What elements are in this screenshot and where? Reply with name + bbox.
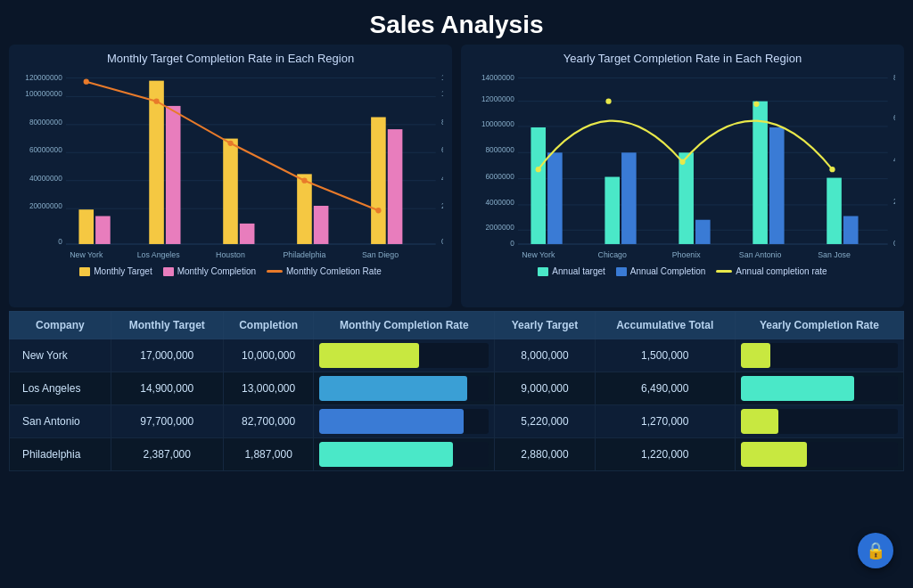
- cell-monthly-target: 2,387,000: [111, 438, 223, 471]
- svg-rect-21: [78, 209, 94, 244]
- cell-yearly-target: 8,000,000: [495, 339, 596, 372]
- th-yearly-target: Yearly Target: [495, 312, 596, 339]
- legend-monthly-rate-icon: [267, 270, 283, 273]
- cell-completion: 1,887,000: [223, 438, 314, 471]
- cell-completion: 10,000,000: [223, 339, 314, 372]
- cell-monthly-rate: [314, 372, 495, 405]
- svg-rect-26: [240, 224, 255, 244]
- svg-text:Los Angeles: Los Angeles: [137, 250, 181, 259]
- th-completion: Completion: [223, 312, 314, 339]
- cell-acc-total: 1,500,000: [595, 339, 735, 372]
- th-acc-total: Accumulative Total: [595, 312, 735, 339]
- svg-rect-29: [371, 117, 386, 243]
- svg-text:6000000: 6000000: [486, 172, 515, 181]
- svg-point-75: [753, 102, 759, 107]
- svg-rect-62: [531, 127, 546, 244]
- cell-yearly-rate: [735, 339, 903, 372]
- svg-text:14000000: 14000000: [481, 73, 514, 82]
- yearly-rate-bar-wrap: [741, 442, 898, 467]
- svg-point-35: [375, 208, 381, 213]
- monthly-rate-bar-fill: [319, 442, 453, 467]
- monthly-rate-bar-fill: [319, 343, 419, 368]
- table-section: Company Monthly Target Completion Monthl…: [0, 307, 913, 471]
- cell-yearly-rate: [735, 372, 903, 405]
- cell-yearly-rate: [735, 405, 903, 438]
- left-chart-svg: 120000000 100000000 80000000 60000000 40…: [18, 69, 443, 265]
- left-chart-title: Monthly Target Completion Rate in Each R…: [18, 52, 443, 65]
- svg-text:20%: 20%: [441, 201, 443, 210]
- svg-rect-65: [621, 152, 637, 244]
- svg-text:San Diego: San Diego: [362, 250, 399, 259]
- fab-button[interactable]: 🔒: [858, 533, 893, 568]
- left-chart: Monthly Target Completion Rate in Each R…: [9, 45, 452, 307]
- svg-rect-71: [843, 216, 859, 244]
- legend-annual-completion: Annual Completion: [616, 266, 706, 276]
- svg-rect-66: [679, 152, 694, 244]
- svg-text:Houston: Houston: [216, 250, 245, 259]
- svg-text:120000000: 120000000: [25, 73, 62, 82]
- svg-rect-63: [547, 152, 563, 244]
- cell-company: San Antonio: [10, 405, 111, 438]
- legend-annual-rate: Annual completion rate: [716, 266, 827, 276]
- svg-text:8000000: 8000000: [486, 145, 515, 154]
- svg-text:0: 0: [58, 237, 62, 246]
- svg-text:2000000: 2000000: [486, 223, 515, 232]
- legend-monthly-completion: Monthly Completion: [163, 266, 256, 276]
- monthly-rate-bar-wrap: [319, 376, 489, 401]
- svg-text:80%: 80%: [441, 118, 443, 127]
- svg-text:Philadelphia: Philadelphia: [283, 250, 325, 259]
- cell-monthly-target: 17,000,000: [111, 339, 223, 372]
- table-header-row: Company Monthly Target Completion Monthl…: [10, 312, 904, 339]
- svg-text:New York: New York: [522, 250, 555, 259]
- page-title: Sales Analysis: [0, 0, 913, 45]
- legend-monthly-target: Monthly Target: [79, 266, 152, 276]
- cell-yearly-target: 2,880,000: [495, 438, 596, 471]
- table-row: Philadelphia 2,387,000 1,887,000 2,880,0…: [10, 438, 904, 471]
- svg-text:40%: 40%: [441, 174, 443, 183]
- monthly-rate-bar-wrap: [319, 343, 489, 368]
- legend-monthly-rate: Monthly Comletion Rate: [267, 266, 382, 276]
- cell-monthly-rate: [314, 405, 495, 438]
- svg-point-73: [605, 99, 611, 104]
- table-row: New York 17,000,000 10,000,000 8,000,000…: [10, 339, 904, 372]
- cell-monthly-rate: [314, 339, 495, 372]
- svg-text:120%: 120%: [441, 73, 443, 82]
- yearly-rate-bar-fill: [741, 376, 854, 401]
- svg-text:12000000: 12000000: [481, 94, 514, 103]
- svg-rect-28: [314, 206, 329, 244]
- svg-rect-67: [695, 220, 711, 244]
- svg-rect-70: [827, 178, 842, 244]
- right-chart-area: 14000000 12000000 10000000 8000000 60000…: [470, 69, 895, 265]
- cell-company: Philadelphia: [10, 438, 111, 471]
- right-chart-legend: Annual target Annual Completion Annual c…: [470, 266, 895, 276]
- svg-text:80000000: 80000000: [29, 118, 62, 127]
- svg-text:60%: 60%: [441, 145, 443, 154]
- cell-completion: 82,700,000: [223, 405, 314, 438]
- svg-text:0: 0: [510, 239, 514, 248]
- cell-acc-total: 6,490,000: [595, 372, 735, 405]
- cell-company: New York: [10, 339, 111, 372]
- svg-point-76: [829, 167, 835, 172]
- monthly-rate-bar-wrap: [319, 442, 489, 467]
- svg-rect-30: [388, 129, 403, 244]
- charts-row: Monthly Target Completion Rate in Each R…: [0, 45, 913, 307]
- svg-text:San Antonio: San Antonio: [739, 250, 782, 259]
- svg-point-34: [301, 178, 307, 184]
- svg-text:40%: 40%: [893, 155, 895, 164]
- svg-text:Chicago: Chicago: [598, 250, 627, 259]
- legend-annual-completion-icon: [616, 267, 627, 276]
- svg-text:San Jose: San Jose: [818, 250, 851, 259]
- yearly-rate-bar-wrap: [741, 376, 898, 401]
- monthly-rate-bar-wrap: [319, 409, 489, 434]
- cell-acc-total: 1,220,000: [595, 438, 735, 471]
- yearly-rate-bar-fill: [741, 343, 770, 368]
- svg-rect-22: [95, 216, 111, 244]
- svg-text:20%: 20%: [893, 197, 895, 206]
- cell-yearly-rate: [735, 438, 903, 471]
- svg-text:60000000: 60000000: [29, 145, 62, 154]
- svg-point-32: [153, 99, 159, 104]
- right-chart-title: Yearly Target Completion Rate in Each Re…: [470, 52, 895, 65]
- svg-rect-24: [166, 106, 181, 244]
- legend-annual-target-icon: [538, 267, 548, 276]
- legend-monthly-completion-icon: [163, 267, 174, 276]
